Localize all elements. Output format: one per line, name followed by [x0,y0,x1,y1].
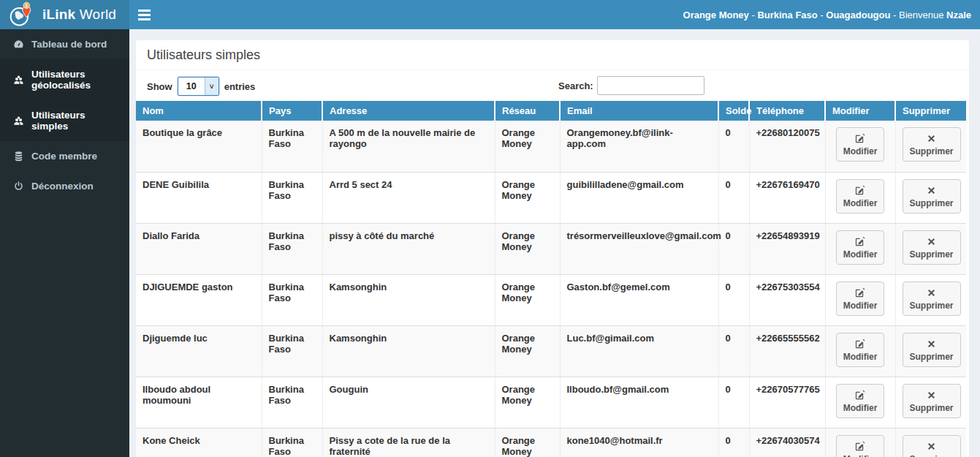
navbar-user-context: Orange Money - Burkina Faso - Ouagadougo… [683,10,971,20]
sidebar-nav: Tableau de bord Utilisateurs géolocalisé… [0,29,129,457]
supprimer-button[interactable]: Supprimer [903,282,961,316]
page-title: Utilisateurs simples [136,40,969,70]
sidebar-item-label: Code membre [31,151,97,162]
cell-nom: Boutique la grâce [136,121,262,172]
cell-telephone: +22675303554 [749,274,825,325]
sidebar-item-label: Déconnexion [31,181,94,192]
sidebar-item-code-membre[interactable]: Code membre [0,141,129,171]
supprimer-button-label: Supprimer [910,403,954,413]
database-icon [12,151,25,162]
search-control: Search: [558,76,704,95]
table-row: Djiguemde luc Burkina Faso Kamsonghin Or… [136,325,966,377]
cell-email: Luc.bf@gimail.com [560,325,718,377]
cell-reseau: Orange Money [495,172,560,223]
cell-solde: 0 [718,223,749,274]
supprimer-button[interactable]: Supprimer [903,333,961,367]
sidebar-item-tableau-de-bord[interactable]: Tableau de bord [0,29,129,59]
app-logo-area[interactable]: $ iLink World [0,0,129,29]
modifier-button-label: Modifier [843,454,878,457]
supprimer-button-label: Supprimer [910,454,954,457]
supprimer-button[interactable]: Supprimer [903,179,961,214]
cell-solde: 0 [718,274,749,325]
table-row: DJIGUEMDE gaston Burkina Faso Kamsonghin… [136,274,966,325]
cell-nom: Kone Cheick [136,428,262,457]
cell-adresse: Gouguin [322,377,495,428]
modifier-button[interactable]: Modifier [836,230,885,265]
modifier-button-label: Modifier [843,352,878,362]
column-header-telephone[interactable]: Téléphone [749,101,825,121]
edit-pencil-icon [854,185,865,196]
power-icon [12,181,25,192]
svg-text:$: $ [26,3,29,9]
cell-reseau: Orange Money [495,377,560,428]
cell-solde: 0 [718,428,749,457]
sidebar-item-deconnexion[interactable]: Déconnexion [0,171,129,201]
sidebar-item-utilisateurs-geolocalises[interactable]: Utilisateurs géolocalisés [0,59,129,100]
app-brand-title: iLink World [42,7,116,23]
search-input[interactable] [597,76,704,95]
modifier-button[interactable]: Modifier [836,384,885,418]
chevron-down-icon: ˅ [205,78,219,95]
navbar-welcome-text: Bienvenue [899,10,946,20]
table-row: Kone Cheick Burkina Faso Pissy a cote de… [136,428,966,457]
cell-email: Orangemoney.bf@ilink-app.com [560,121,718,172]
search-label: Search: [558,80,593,91]
modifier-button-label: Modifier [843,146,878,156]
column-header-modifier[interactable]: Modifier [825,101,895,121]
table-row: Diallo Farida Burkina Faso pissy à côté … [136,223,966,274]
page-length-control: Show 10 ˅ entries [147,77,958,96]
supprimer-button[interactable]: Supprimer [903,435,961,457]
cell-pays: Burkina Faso [262,172,322,223]
cell-reseau: Orange Money [495,223,560,274]
globe-pin-logo-icon: $ [9,1,35,29]
modifier-button-label: Modifier [843,403,878,413]
modifier-button[interactable]: Modifier [836,179,885,214]
main-content: Utilisateurs simples Show 10 ˅ entries S… [129,29,980,457]
column-header-pays[interactable]: Pays [262,101,322,121]
users-table: Nom Pays Adresse Réseau Email Solde Télé… [136,101,966,457]
cell-pays: Burkina Faso [262,274,322,325]
edit-pencil-icon [854,287,865,298]
column-header-supprimer[interactable]: Supprimer [895,101,966,121]
cell-email: kone1040@hotmail.fr [560,428,718,457]
modifier-button-label: Modifier [843,198,878,208]
navbar-user-name: Nzale [946,10,971,20]
column-header-adresse[interactable]: Adresse [322,101,495,121]
cell-telephone: +22676169470 [749,172,825,223]
x-close-icon [926,339,937,350]
column-header-nom[interactable]: Nom [136,101,262,121]
cell-adresse: Arrd 5 sect 24 [322,172,495,223]
entries-label: entries [224,81,256,92]
edit-pencil-icon [854,133,865,144]
supprimer-button-label: Supprimer [910,352,954,362]
cell-pays: Burkina Faso [262,325,322,377]
navbar-network-label: Orange Money [683,10,749,20]
supprimer-button[interactable]: Supprimer [903,230,961,265]
brand-light-text: World [80,7,116,22]
users-icon [12,75,25,86]
cell-reseau: Orange Money [495,274,560,325]
sidebar-toggle-hamburger-icon[interactable] [138,0,160,29]
column-header-email[interactable]: Email [560,101,718,121]
modifier-button[interactable]: Modifier [836,127,885,162]
supprimer-button[interactable]: Supprimer [903,127,961,162]
cell-email: Gaston.bf@gemel.com [560,274,718,325]
cell-pays: Burkina Faso [262,223,322,274]
edit-pencil-icon [854,339,865,350]
column-header-solde[interactable]: Solde [718,101,749,121]
modifier-button[interactable]: Modifier [836,333,885,367]
cell-telephone: +22680120075 [749,121,825,172]
supprimer-button[interactable]: Supprimer [903,384,961,418]
modifier-button[interactable]: Modifier [836,282,885,316]
modifier-button[interactable]: Modifier [836,435,885,457]
cell-telephone: +22674030574 [749,428,825,457]
table-row: DENE Guibilila Burkina Faso Arrd 5 sect … [136,172,966,223]
modifier-button-label: Modifier [843,249,878,260]
page-length-select[interactable]: 10 ˅ [178,77,219,96]
users-card: Utilisateurs simples Show 10 ˅ entries S… [136,40,969,457]
cell-adresse: A 500 m de la nouvelle mairie de rayongo [322,121,495,172]
column-header-reseau[interactable]: Réseau [495,101,560,121]
cell-telephone: +22670577765 [749,377,825,428]
sidebar-item-utilisateurs-simples[interactable]: Utilisateurs simples [0,100,129,141]
table-body: Boutique la grâce Burkina Faso A 500 m d… [136,121,966,457]
